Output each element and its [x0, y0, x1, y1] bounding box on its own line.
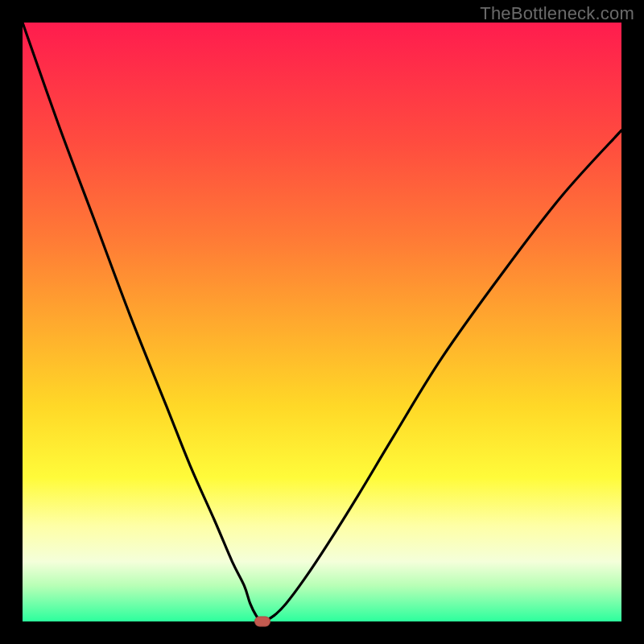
watermark-text: TheBottleneck.com [480, 3, 634, 24]
plot-area [23, 23, 621, 621]
chart-frame: TheBottleneck.com [0, 0, 644, 644]
curve-svg [23, 23, 621, 621]
minimum-marker [254, 617, 270, 627]
curve-path [23, 23, 621, 621]
